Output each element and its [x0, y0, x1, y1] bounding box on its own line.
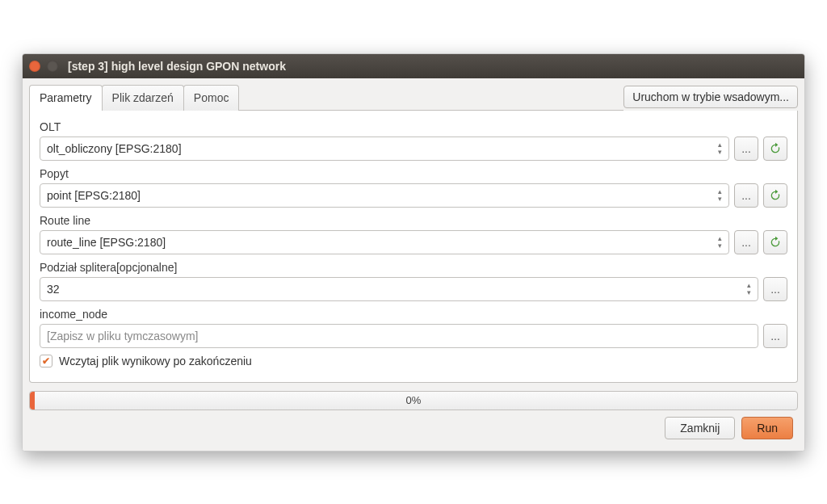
progress-fill [30, 392, 35, 410]
tab-spacer [238, 85, 623, 111]
popyt-combo[interactable]: point [EPSG:2180] ▴▾ [40, 183, 729, 208]
income-node-input[interactable]: [Zapisz w pliku tymczasowym] [40, 324, 758, 348]
iterate-button[interactable] [763, 136, 787, 161]
browse-button[interactable]: ... [763, 324, 787, 348]
ellipsis-icon: ... [741, 189, 751, 202]
window-title: [step 3] high level design GPON network [68, 60, 286, 73]
tab-label: Parametry [40, 91, 92, 104]
run-batch-button[interactable]: Uruchom w trybie wsadowym... [623, 86, 798, 108]
input-placeholder: [Zapisz w pliku tymczasowym] [47, 330, 198, 342]
parameters-panel: OLT olt_obliczony [EPSG:2180] ▴▾ ... Pop… [29, 111, 798, 383]
iterate-button[interactable] [763, 183, 787, 208]
button-label: Run [757, 422, 778, 435]
button-label: Zamknij [680, 422, 720, 435]
chevron-updown-icon: ▴▾ [743, 278, 754, 300]
close-icon[interactable] [29, 61, 40, 72]
field-olt: OLT olt_obliczony [EPSG:2180] ▴▾ ... [40, 120, 787, 161]
tab-parametry[interactable]: Parametry [29, 85, 103, 111]
refresh-icon [769, 236, 782, 249]
chevron-updown-icon: ▴▾ [714, 231, 725, 254]
titlebar: [step 3] high level design GPON network [23, 54, 804, 78]
chevron-updown-icon: ▴▾ [714, 184, 725, 207]
close-button[interactable]: Zamknij [665, 417, 735, 439]
ellipsis-icon: ... [770, 283, 780, 296]
tab-plik-zdarzen[interactable]: Plik zdarzeń [102, 85, 184, 111]
refresh-icon [769, 142, 782, 155]
open-output-checkbox[interactable] [40, 355, 52, 368]
field-popyt: Popyt point [EPSG:2180] ▴▾ ... [40, 167, 787, 208]
combo-value: point [EPSG:2180] [47, 189, 141, 202]
open-output-checkbox-row: Wczytaj plik wynikowy po zakończeniu [40, 355, 787, 368]
progress-bar: 0% [29, 391, 798, 410]
field-income-node: income_node [Zapisz w pliku tymczasowym]… [40, 308, 787, 348]
olt-combo[interactable]: olt_obliczony [EPSG:2180] ▴▾ [40, 136, 729, 161]
combo-value: route_line [EPSG:2180] [47, 236, 166, 249]
field-label: Route line [40, 214, 787, 227]
content-area: Parametry Plik zdarzeń Pomoc Uruchom w t… [23, 78, 804, 451]
progress-text: 0% [406, 394, 422, 406]
route-line-combo[interactable]: route_line [EPSG:2180] ▴▾ [40, 230, 729, 254]
browse-button[interactable]: ... [734, 183, 758, 208]
run-button[interactable]: Run [741, 417, 793, 439]
field-splitter: Podział splitera[opcjonalne] 32 ▴▾ ... [40, 261, 787, 301]
ellipsis-icon: ... [770, 330, 780, 342]
checkbox-label: Wczytaj plik wynikowy po zakończeniu [59, 355, 252, 368]
field-route-line: Route line route_line [EPSG:2180] ▴▾ ... [40, 214, 787, 254]
tab-pomoc[interactable]: Pomoc [183, 85, 240, 111]
field-label: OLT [40, 120, 787, 133]
refresh-icon [769, 189, 782, 202]
field-label: Podział splitera[opcjonalne] [40, 261, 787, 274]
combo-value: olt_obliczony [EPSG:2180] [47, 142, 182, 155]
tab-label: Pomoc [194, 91, 229, 104]
dialog-window: [step 3] high level design GPON network … [22, 53, 805, 452]
dialog-footer: Zamknij Run [29, 410, 798, 444]
chevron-updown-icon: ▴▾ [714, 137, 725, 160]
browse-button[interactable]: ... [763, 277, 787, 301]
ellipsis-icon: ... [741, 142, 751, 155]
tab-bar: Parametry Plik zdarzeń Pomoc Uruchom w t… [29, 85, 798, 111]
browse-button[interactable]: ... [734, 136, 758, 161]
ellipsis-icon: ... [741, 236, 751, 249]
iterate-button[interactable] [763, 230, 787, 254]
field-label: income_node [40, 308, 787, 321]
minimize-icon[interactable] [47, 61, 58, 72]
spinbox-value: 32 [47, 283, 60, 296]
browse-button[interactable]: ... [734, 230, 758, 254]
field-label: Popyt [40, 167, 787, 180]
splitter-spinbox[interactable]: 32 ▴▾ [40, 277, 758, 301]
button-label: Uruchom w trybie wsadowym... [632, 90, 789, 103]
tab-label: Plik zdarzeń [112, 91, 174, 104]
